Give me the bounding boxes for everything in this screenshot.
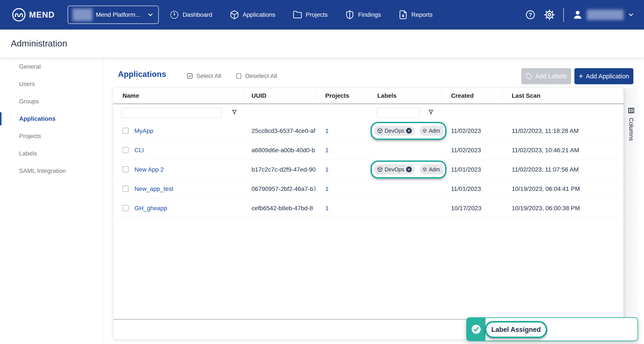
- table-header-row: Name UUID Projects Labels Created Last S…: [114, 88, 624, 103]
- nav-item-applications[interactable]: Applications: [230, 10, 276, 20]
- chevron-down-icon: [147, 11, 154, 18]
- last-scan-date: 11/02/2023, 10:46:21 AM: [512, 140, 579, 160]
- sidebar-item-label: Applications: [19, 115, 56, 122]
- table-row: GH_gheapp cefb6542-b8eb-47bd-8 1 10/17/2…: [114, 199, 624, 218]
- nav-item-findings[interactable]: Findings: [345, 10, 381, 20]
- label-chip-truncated: Adm: [420, 164, 443, 175]
- projects-count-link[interactable]: 1: [325, 199, 329, 218]
- page-header: Administration: [0, 30, 644, 58]
- name-filter-funnel-icon[interactable]: [231, 109, 238, 116]
- select-all-label: Select All: [196, 73, 221, 79]
- redacted-user-name: [587, 10, 624, 20]
- nav-label: Dashboard: [182, 11, 212, 18]
- created-date: 11/02/2023: [451, 121, 481, 140]
- close-icon: [408, 129, 410, 132]
- labels-filter-funnel-icon[interactable]: [428, 109, 434, 116]
- settings-button[interactable]: [544, 10, 555, 20]
- row-checkbox[interactable]: [122, 166, 128, 173]
- add-application-button[interactable]: + Add Application: [574, 68, 634, 84]
- row-checkbox[interactable]: [122, 147, 128, 153]
- label-cube-icon: [422, 166, 427, 172]
- column-header-uuid[interactable]: UUID: [252, 88, 266, 103]
- reports-file-icon: [398, 10, 408, 20]
- findings-shield-icon: [345, 10, 354, 20]
- success-check-icon: [471, 324, 482, 335]
- labels-filter-input[interactable]: [377, 108, 419, 118]
- table-row: New App 2 b17c2c7c-d2f9-47ed-90 1 DevOps…: [114, 160, 624, 179]
- sidebar-item-labels[interactable]: Labels: [0, 145, 103, 162]
- created-date: 11/01/2023: [451, 160, 481, 179]
- sidebar-item-label: Groups: [19, 98, 39, 105]
- applications-cube-icon: [230, 10, 239, 20]
- app-name-link[interactable]: New_app_test: [134, 179, 173, 199]
- mend-logo-icon: [12, 8, 26, 22]
- row-checkbox[interactable]: [122, 186, 128, 192]
- nav-label: Reports: [411, 11, 432, 18]
- close-icon: [408, 168, 410, 171]
- column-header-last-scan[interactable]: Last Scan: [512, 88, 540, 103]
- projects-count-link[interactable]: 1: [325, 140, 329, 160]
- last-scan-date: 11/02/2023, 11:18:28 AM: [512, 121, 579, 140]
- remove-label-button[interactable]: [406, 166, 412, 172]
- add-application-label: Add Application: [586, 73, 629, 80]
- sidebar-item-groups[interactable]: Groups: [0, 93, 103, 110]
- plus-icon: +: [579, 72, 583, 80]
- sidebar-item-general[interactable]: General: [0, 58, 103, 75]
- add-labels-button[interactable]: Add Labels: [521, 68, 571, 84]
- success-toast: Label Assigned: [466, 317, 638, 341]
- select-all-button[interactable]: Select All: [186, 72, 221, 80]
- label-chip-truncated: Adm: [420, 126, 443, 136]
- app-name-link[interactable]: GH_gheapp: [134, 199, 167, 218]
- app-uuid: cefb6542-b8eb-47bd-8: [252, 199, 316, 218]
- sidebar-item-projects[interactable]: Projects: [0, 127, 103, 145]
- applications-table: Name UUID Projects Labels Created Last S…: [114, 88, 624, 339]
- app-name-link[interactable]: New App 2: [134, 160, 164, 179]
- select-all-checkbox-icon: [186, 72, 194, 80]
- redacted-org-name: [72, 9, 92, 21]
- add-labels-label: Add Labels: [535, 73, 566, 80]
- nav-item-reports[interactable]: Reports: [398, 10, 432, 20]
- row-checkbox[interactable]: [122, 128, 128, 134]
- nav-item-dashboard[interactable]: Dashboard: [170, 10, 212, 20]
- created-date: 11/02/2023: [451, 140, 481, 160]
- sidebar-item-saml-integration[interactable]: SAML Integration: [0, 162, 103, 180]
- help-button[interactable]: ?: [525, 10, 536, 20]
- app-name-link[interactable]: MyApp: [134, 121, 153, 140]
- projects-count-link[interactable]: 1: [325, 160, 329, 179]
- user-avatar-icon: [572, 10, 583, 20]
- column-header-created[interactable]: Created: [451, 88, 474, 103]
- org-selector-dropdown[interactable]: Mend Platform...: [68, 6, 159, 24]
- toast-status-section: [467, 318, 486, 340]
- row-checkbox[interactable]: [122, 205, 128, 211]
- column-header-labels[interactable]: Labels: [377, 88, 396, 103]
- user-menu[interactable]: [572, 10, 634, 20]
- deselect-all-button[interactable]: Deselect All: [235, 72, 277, 80]
- label-cube-icon: [377, 128, 383, 133]
- name-filter-input[interactable]: [121, 108, 222, 118]
- table-row: New_app_test 06790957-2bf2-46a7-b7 1 11/…: [114, 179, 624, 199]
- projects-folder-icon: [293, 10, 302, 20]
- nav-item-projects[interactable]: Projects: [293, 10, 328, 20]
- sidebar-item-label: Projects: [19, 133, 41, 140]
- main-content: Applications Select All Deselect All Add…: [104, 58, 644, 344]
- navbar-right-cluster: ?: [525, 8, 634, 22]
- svg-text:?: ?: [529, 12, 532, 18]
- sidebar-item-applications[interactable]: Applications: [0, 110, 103, 127]
- remove-label-button[interactable]: [406, 128, 412, 133]
- column-header-name[interactable]: Name: [122, 88, 139, 103]
- sidebar-item-users[interactable]: Users: [0, 75, 103, 93]
- app-name-link[interactable]: CLI: [134, 140, 144, 160]
- table-row: CLI a6809d6e-a00b-40d0-b 1 11/02/2023 11…: [114, 140, 624, 160]
- nav-label: Projects: [306, 11, 328, 18]
- primary-nav: Dashboard Applications Projects Findings: [170, 10, 432, 20]
- projects-count-link[interactable]: 1: [325, 179, 329, 199]
- app-uuid: 06790957-2bf2-46a7-b7: [252, 179, 316, 199]
- projects-count-link[interactable]: 1: [325, 121, 329, 140]
- app-uuid: b17c2c7c-d2f9-47ed-90: [252, 160, 316, 179]
- created-date: 10/17/2023: [451, 199, 481, 218]
- columns-panel-toggle[interactable]: Columns: [624, 88, 638, 339]
- column-header-projects[interactable]: Projects: [325, 88, 349, 103]
- admin-sidebar: General Users Groups Applications Projec…: [0, 58, 104, 344]
- nav-label: Findings: [358, 11, 381, 18]
- help-icon: ?: [525, 10, 536, 20]
